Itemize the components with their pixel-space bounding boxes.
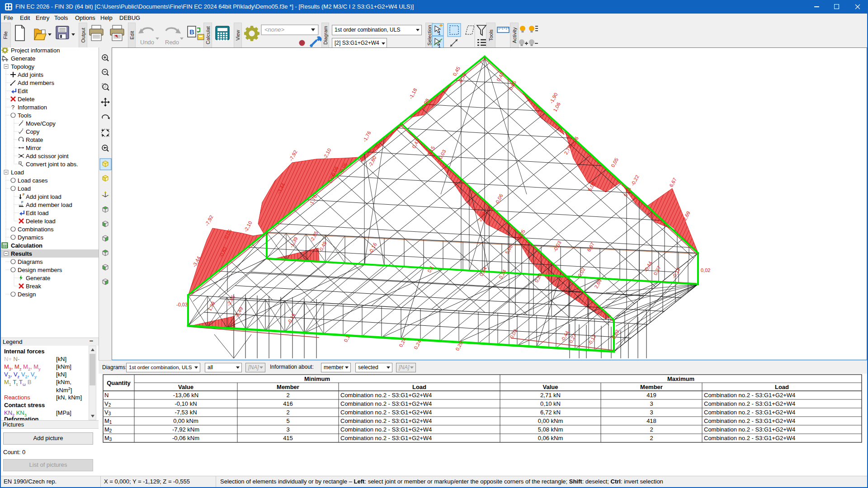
svg-text:2: 2	[650, 426, 653, 433]
svg-text:416: 416	[283, 400, 293, 407]
svg-text:Combination no.2 - S3:G1+G2+W4: Combination no.2 - S3:G1+G2+W4	[704, 418, 795, 424]
svg-text:Combination no.2 - S3:G1+G2+W4: Combination no.2 - S3:G1+G2+W4	[340, 426, 432, 433]
svg-text:0,10 kN: 0,10 kN	[540, 400, 561, 407]
svg-text:0,00 kNm: 0,00 kNm	[173, 418, 198, 424]
svg-text:Combination no.2 - S3:G1+G2+W4: Combination no.2 - S3:G1+G2+W4	[340, 418, 432, 424]
svg-text:Combination no.2 - S3:G1+G2+W4: Combination no.2 - S3:G1+G2+W4	[340, 392, 432, 399]
svg-text:Combination no.2 - S3:G1+G2+W4: Combination no.2 - S3:G1+G2+W4	[340, 400, 432, 407]
svg-text:6,72 kN: 6,72 kN	[540, 409, 561, 416]
svg-text:Maximum: Maximum	[667, 375, 694, 382]
svg-text:3: 3	[286, 426, 289, 433]
svg-text:Quantity: Quantity	[107, 380, 131, 386]
svg-text:-13,06 kN: -13,06 kN	[173, 392, 198, 399]
svg-text:415: 415	[283, 435, 293, 441]
svg-text:2,71 kN: 2,71 kN	[540, 392, 561, 399]
svg-text:5,08 kNm: 5,08 kNm	[538, 426, 563, 433]
svg-text:-7,92 kNm: -7,92 kNm	[172, 426, 199, 433]
svg-text:418: 418	[646, 418, 656, 424]
svg-text:Load: Load	[412, 384, 426, 390]
svg-text:419: 419	[646, 392, 656, 399]
svg-text:Load: Load	[775, 384, 789, 390]
svg-text:Member: Member	[277, 384, 299, 390]
svg-text:Combination no.2 - S3:G1+G2+W4: Combination no.2 - S3:G1+G2+W4	[704, 400, 795, 407]
svg-text:Combination no.2 - S3:G1+G2+W4: Combination no.2 - S3:G1+G2+W4	[704, 435, 795, 441]
svg-text:-7,53 kN: -7,53 kN	[175, 409, 197, 416]
svg-text:3: 3	[650, 400, 653, 407]
svg-text:Combination no.2 - S3:G1+G2+W4: Combination no.2 - S3:G1+G2+W4	[704, 409, 795, 416]
svg-text:5: 5	[286, 418, 289, 424]
svg-text:-0,10 kN: -0,10 kN	[175, 400, 197, 407]
svg-text:2: 2	[286, 409, 289, 416]
svg-text:3: 3	[650, 409, 653, 416]
svg-text:Combination no.2 - S3:G1+G2+W4: Combination no.2 - S3:G1+G2+W4	[704, 426, 795, 433]
svg-text:Member: Member	[640, 384, 663, 390]
svg-text:2: 2	[650, 435, 653, 441]
svg-text:2: 2	[286, 392, 289, 399]
svg-text:0,00 kNm: 0,00 kNm	[538, 418, 563, 424]
svg-text:Minimum: Minimum	[304, 375, 330, 382]
svg-text:-0,06 kNm: -0,06 kNm	[172, 435, 199, 441]
svg-text:Value: Value	[543, 384, 558, 390]
svg-text:Combination no.2 - S3:G1+G2+W4: Combination no.2 - S3:G1+G2+W4	[704, 392, 795, 399]
svg-text:Combination no.2 - S3:G1+G2+W4: Combination no.2 - S3:G1+G2+W4	[340, 435, 432, 441]
svg-text:N: N	[104, 392, 108, 399]
svg-text:0,06 kNm: 0,06 kNm	[538, 435, 563, 441]
svg-text:Combination no.2 - S3:G1+G2+W4: Combination no.2 - S3:G1+G2+W4	[340, 409, 432, 416]
svg-text:Value: Value	[178, 384, 193, 390]
